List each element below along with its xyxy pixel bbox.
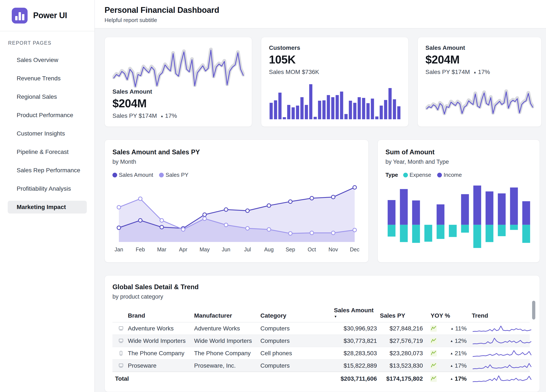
green-trend-icon xyxy=(430,325,437,332)
table-scrollbar-thumb[interactable] xyxy=(532,301,535,320)
svg-text:Nov: Nov xyxy=(328,246,338,252)
col-header-sales-py[interactable]: Sales PY xyxy=(377,312,423,319)
delta-up-icon: ▲ xyxy=(473,70,476,74)
svg-text:Jun: Jun xyxy=(222,246,230,252)
sidebar-item-marketing-impact[interactable]: Marketing Impact xyxy=(8,201,87,213)
global-sales-table-card: Global Sales Detail & Trend by product c… xyxy=(104,275,540,392)
charts-row: Sales Amount and Sales PY by Month Sales… xyxy=(104,140,541,263)
delta-up-icon: ▲ xyxy=(450,339,453,343)
trend-sparkline xyxy=(472,348,532,358)
delta-up-icon: ▲ xyxy=(160,114,163,118)
cell-manufacturer: Adventure Works xyxy=(194,325,260,332)
kpi-subtext: Sales PY $174M ▲ 17% xyxy=(425,69,533,76)
kpi-row: Sales Amount $204M Sales PY $174M ▲ 17% … xyxy=(104,37,541,127)
logo-row: Power UI xyxy=(0,0,95,31)
kpi-subtext: Sales MOM $736K xyxy=(269,69,401,76)
legend-label: Sales PY xyxy=(165,172,188,178)
table-row[interactable]: Wide World Importers Wide World Importer… xyxy=(112,335,530,347)
bar-chart-logo-icon xyxy=(12,8,28,24)
legend-dot-sales-py xyxy=(159,173,164,177)
sidebar-item-sales-rep-performance[interactable]: Sales Rep Performance xyxy=(12,164,87,177)
cell-sales-py: $23,280,073 xyxy=(377,350,423,357)
legend-dot-sales-amount xyxy=(112,173,117,177)
svg-text:Mar: Mar xyxy=(157,246,166,252)
sidebar-item-regional-sales[interactable]: Regional Sales xyxy=(12,90,87,103)
legend-entry-sales-py: Sales PY xyxy=(159,172,188,178)
sidebar-item-pipeline-forecast[interactable]: Pipeline & Forecast xyxy=(12,146,87,158)
chart-legend: Sales Amount Sales PY xyxy=(112,172,361,178)
trend-sparkline xyxy=(472,324,532,334)
kpi-card-customers: Customers 105K Sales MOM $736K xyxy=(261,37,409,127)
customers-bar-chart xyxy=(269,83,401,119)
kpi-delta: 17% xyxy=(165,112,177,119)
total-label: Total xyxy=(114,375,194,382)
svg-text:Feb: Feb xyxy=(136,246,145,252)
green-trend-icon xyxy=(430,350,437,357)
svg-text:Oct: Oct xyxy=(308,246,316,252)
chart-subtitle: by Month xyxy=(112,159,361,165)
chart-title: Sum of Amount xyxy=(385,148,532,156)
cell-sales-amount: $28,283,503 xyxy=(331,350,377,357)
sort-descending-icon: ▼ xyxy=(334,315,374,318)
logo-bars-glyph xyxy=(12,8,28,24)
col-header-trend[interactable]: Trend xyxy=(467,312,528,319)
legend-label: Income xyxy=(444,172,462,178)
cell-brand: Adventure Works xyxy=(128,325,194,332)
delta-up-icon: ▲ xyxy=(450,377,453,380)
cell-sales-amount: $30,996,923 xyxy=(331,325,377,332)
cell-trend xyxy=(467,361,532,371)
table-total-row: Total $203,711,606 $174,175,802 ▲17% xyxy=(112,372,530,385)
table-row[interactable]: The Phone Company The Phone Company Cell… xyxy=(112,347,530,360)
col-header-sales-amount[interactable]: Sales Amount ▼ xyxy=(331,307,377,319)
cell-manufacturer: Wide World Importers xyxy=(194,338,260,344)
sidebar-item-sales-overview[interactable]: Sales Overview xyxy=(12,54,87,66)
kpi-delta: 17% xyxy=(478,69,490,76)
legend-label: Sales Amount xyxy=(119,172,153,178)
laptop-icon xyxy=(114,362,128,369)
col-header-brand[interactable]: Brand xyxy=(128,312,194,319)
legend-label: Expense xyxy=(410,172,431,178)
table-row[interactable]: Proseware Proseware, Inc. Computers $15,… xyxy=(112,360,530,372)
cell-category: Computers xyxy=(260,325,331,332)
cell-category: Cell phones xyxy=(260,350,331,357)
kpi-prev-year: Sales PY $174M xyxy=(425,69,470,76)
table-subtitle: by product category xyxy=(112,294,530,300)
green-trend-icon xyxy=(430,338,437,344)
sidebar-item-product-performance[interactable]: Product Performance xyxy=(12,109,87,122)
cell-yoy: ▲21% xyxy=(423,350,467,357)
cell-yoy: ▲11% xyxy=(423,325,467,332)
svg-text:Sep: Sep xyxy=(286,246,295,252)
sidebar: Power UI REPORT PAGES Sales Overview Rev… xyxy=(0,0,95,392)
trend-sparkline xyxy=(472,374,532,384)
nav-section-label: REPORT PAGES xyxy=(8,40,87,46)
cell-yoy: ▲12% xyxy=(423,338,467,344)
col-header-manufacturer[interactable]: Manufacturer xyxy=(194,312,260,319)
sidebar-item-profitiability-analysis[interactable]: Profitiability Analysis xyxy=(12,182,87,195)
svg-text:Apr: Apr xyxy=(179,246,187,252)
cell-brand: The Phone Company xyxy=(128,350,194,357)
sidebar-item-revenue-trends[interactable]: Revenue Trends xyxy=(12,72,87,85)
chart-title: Sales Amount and Sales PY xyxy=(112,148,361,156)
sidebar-item-customer-insights[interactable]: Customer Insights xyxy=(12,127,87,140)
cell-yoy: ▲17% xyxy=(423,362,467,369)
cell-sales-py: $27,576,719 xyxy=(377,338,423,344)
cell-sales-amount: $30,773,821 xyxy=(331,338,377,344)
col-header-category[interactable]: Category xyxy=(260,312,331,319)
laptop-icon xyxy=(114,325,128,332)
cell-sales-py: $13,523,830 xyxy=(377,362,423,369)
delta-up-icon: ▲ xyxy=(450,351,453,355)
total-yoy: ▲17% xyxy=(423,375,467,382)
kpi-subtext: Sales PY $174M ▲ 17% xyxy=(112,112,244,119)
svg-text:May: May xyxy=(200,246,210,252)
cell-category: Computers xyxy=(260,338,331,344)
page-header: Personal Financial Dashboard Helpful rep… xyxy=(95,0,546,28)
laptop-icon xyxy=(114,338,128,344)
cell-trend xyxy=(467,348,532,358)
cell-sales-amount: $15,822,889 xyxy=(331,362,377,369)
table-row[interactable]: Adventure Works Adventure Works Computer… xyxy=(112,322,530,335)
cell-category: Computers xyxy=(260,362,331,369)
sales-by-month-chart-card: Sales Amount and Sales PY by Month Sales… xyxy=(104,140,369,263)
col-header-yoy[interactable]: YOY % xyxy=(423,312,467,319)
cell-trend xyxy=(467,324,532,334)
svg-text:Jan: Jan xyxy=(115,246,123,252)
